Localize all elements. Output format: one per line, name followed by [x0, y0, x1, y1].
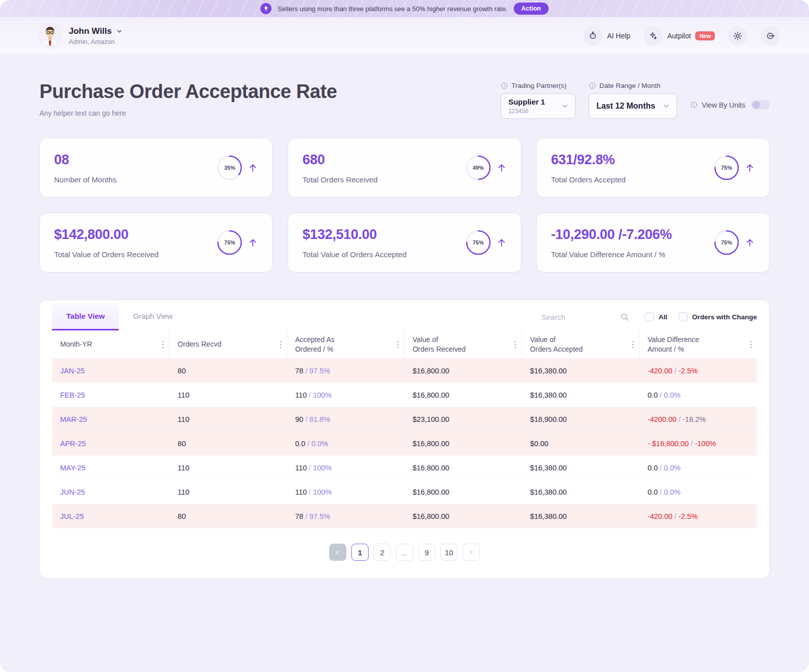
settings-button[interactable] — [728, 26, 747, 45]
column-header: Value ofOrders Received — [404, 330, 522, 358]
column-menu-icon[interactable] — [162, 341, 164, 349]
progress-percent: 75% — [713, 155, 740, 181]
diff-cell: -4200.00 / -18.2% — [640, 415, 757, 423]
value-accepted-cell: $18,900.00 — [522, 415, 639, 423]
month-cell[interactable]: APR-25 — [52, 440, 169, 448]
action-button[interactable]: Action — [514, 3, 549, 15]
value-received-cell: $23,100.00 — [404, 415, 522, 423]
date-range-select[interactable]: Last 12 Months — [589, 93, 677, 119]
accepted-cell: 78 / 97.5% — [287, 512, 404, 520]
progress-percent: 35% — [216, 155, 243, 181]
pagination-next-button[interactable] — [463, 544, 480, 561]
table-panel: Table View Graph View All — [39, 300, 770, 579]
table-header-row: Month-YROrders RecvdAccepted AsOrdered /… — [52, 330, 757, 359]
date-range-label: Date Range / Month — [599, 82, 660, 89]
pagination-page-9[interactable]: 9 — [418, 544, 435, 561]
logout-icon — [765, 31, 775, 41]
stats-grid: 08Number of Months35%680Total Orders Rec… — [39, 138, 770, 272]
user-role: Admin, Amazon — [69, 38, 123, 45]
up-arrow-icon — [248, 237, 258, 248]
pagination-ellipsis: ... — [396, 544, 413, 561]
month-cell[interactable]: MAY-25 — [52, 464, 169, 472]
column-header-label: Value ofOrders Accepted — [530, 335, 582, 353]
month-cell[interactable]: JAN-25 — [52, 367, 169, 375]
stat-card: $132,510.00Total Value of Orders Accepte… — [288, 213, 521, 272]
banner-message: Sellers using more than three platforms … — [278, 5, 508, 13]
page-subtitle: Any helper text can go here — [39, 109, 337, 117]
progress-ring: 75% — [713, 229, 740, 256]
checkbox-all[interactable]: All — [645, 312, 667, 321]
tab-graph-view[interactable]: Graph View — [119, 303, 187, 330]
info-icon — [690, 101, 698, 109]
column-header-label: Month-YR — [60, 340, 92, 349]
main-content: Purchase Order Acceptance Rate Any helpe… — [0, 81, 809, 579]
progress-percent: 75% — [465, 229, 491, 256]
column-header: Value DifferenceAmount / % — [640, 330, 757, 358]
stat-label: Total Orders Accepted — [551, 175, 626, 184]
trading-partner-select[interactable]: Supplier 1 123456 — [501, 93, 575, 119]
accepted-cell: 0.0 / 0.0% — [287, 440, 404, 448]
column-menu-icon[interactable] — [632, 341, 634, 349]
progress-ring: 49% — [465, 155, 491, 181]
value-accepted-cell: $16,380.00 — [522, 488, 639, 496]
column-header-label: Accepted AsOrdered / % — [295, 335, 335, 353]
progress-percent: 75% — [216, 229, 243, 256]
orders-recvd-cell: 80 — [169, 367, 287, 375]
accepted-cell: 110 / 100% — [287, 391, 404, 399]
table-row: JAN-258078 / 97.5%$16,800.00$16,380.00-4… — [52, 359, 757, 383]
info-icon — [589, 82, 596, 89]
checkbox-orders-with-change[interactable]: Orders with Change — [679, 312, 757, 321]
table-row: APR-25800.0 / 0.0%$16,800.00$0.00- $16,8… — [52, 431, 757, 456]
column-menu-icon[interactable] — [750, 341, 752, 349]
orders-recvd-cell: 110 — [169, 415, 287, 423]
column-menu-icon[interactable] — [280, 341, 282, 349]
value-accepted-cell: $16,380.00 — [522, 391, 639, 399]
stat-card: $142,800.00Total Value of Orders Receive… — [39, 213, 273, 272]
progress-percent: 75% — [713, 229, 740, 256]
ai-help-button[interactable]: AI Help — [583, 26, 631, 45]
orders-recvd-cell: 110 — [169, 464, 287, 472]
checkbox-icon — [679, 312, 688, 321]
month-cell[interactable]: JUN-25 — [52, 488, 169, 496]
column-menu-icon[interactable] — [514, 341, 516, 349]
accepted-cell: 110 / 100% — [287, 464, 404, 472]
tab-table-view[interactable]: Table View — [52, 303, 119, 330]
value-accepted-cell: $0.00 — [522, 440, 639, 448]
table-row: MAY-25110110 / 100%$16,800.00$16,380.000… — [52, 456, 757, 480]
search-box — [541, 312, 630, 322]
month-cell[interactable]: FEB-25 — [52, 391, 169, 399]
month-cell[interactable]: JUL-25 — [52, 512, 169, 520]
month-cell[interactable]: MAR-25 — [52, 415, 169, 423]
column-header: Accepted AsOrdered / % — [287, 330, 404, 358]
view-by-units-label: View By Units — [702, 101, 745, 109]
stat-label: Total Value of Orders Received — [54, 250, 159, 259]
column-header: Orders Recvd — [169, 330, 287, 358]
header: John Wills Admin, Amazon AI Help Autpilo… — [0, 17, 809, 55]
value-received-cell: $16,800.00 — [404, 512, 522, 520]
search-input[interactable] — [541, 313, 616, 321]
pagination-page-1[interactable]: 1 — [351, 544, 369, 561]
gear-icon — [733, 31, 743, 41]
stat-label: Number of Months — [54, 175, 116, 184]
column-header-label: Value DifferenceAmount / % — [648, 335, 699, 353]
pagination-page-2[interactable]: 2 — [374, 544, 391, 561]
diff-cell: 0.0 / 0.0% — [640, 464, 757, 472]
filter-checkboxes: All Orders with Change — [645, 312, 757, 321]
user-menu[interactable]: John Wills Admin, Amazon — [38, 24, 123, 47]
column-menu-icon[interactable] — [397, 341, 399, 349]
view-by-units-toggle[interactable] — [751, 100, 770, 110]
pagination-page-10[interactable]: 10 — [440, 544, 458, 561]
diff-cell: 0.0 / 0.0% — [640, 391, 757, 399]
diff-cell: 0.0 / 0.0% — [640, 488, 757, 496]
lightbulb-icon — [260, 3, 272, 14]
up-arrow-icon — [248, 163, 258, 173]
stat-value: -10,290.00 /-7.206% — [551, 227, 672, 243]
pagination-prev-button[interactable] — [329, 544, 346, 561]
value-accepted-cell: $16,380.00 — [522, 512, 639, 520]
info-icon — [501, 82, 508, 89]
stat-card: 631/92.8%Total Orders Accepted75% — [536, 138, 770, 198]
up-arrow-icon — [745, 163, 755, 173]
logout-button[interactable] — [760, 26, 780, 45]
trading-partner-value: Supplier 1 — [508, 98, 545, 107]
autopilot-button[interactable]: Autpilot New — [644, 26, 715, 45]
